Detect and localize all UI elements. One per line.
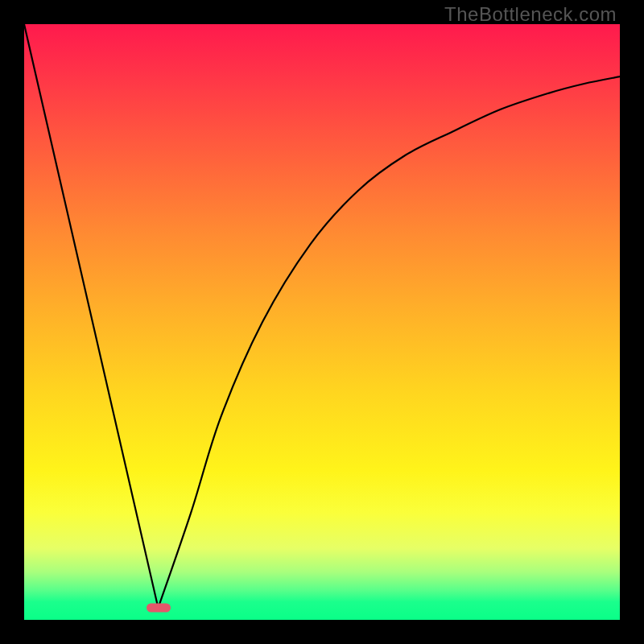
curve-svg [24, 24, 620, 620]
curve-right-curve [159, 76, 621, 608]
plot-area [24, 24, 620, 620]
chart-container: TheBottleneck.com [0, 0, 644, 644]
watermark-text: TheBottleneck.com [444, 3, 617, 26]
curve-left-line [24, 24, 159, 608]
minimum-marker [147, 604, 171, 613]
